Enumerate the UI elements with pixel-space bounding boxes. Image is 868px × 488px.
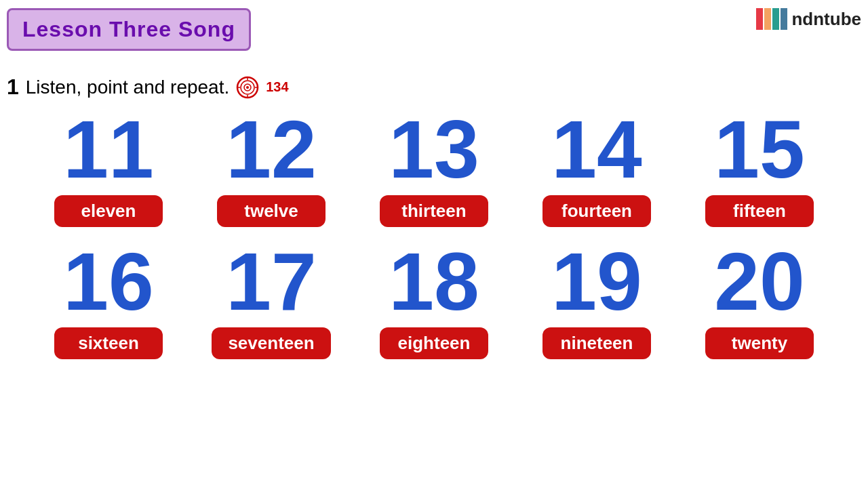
number-item: 17 seventeen [203,241,339,359]
word-label: nineteen [542,327,651,359]
number-item: 12 twelve [203,108,339,227]
big-numeral: 15 [714,108,804,190]
number-item: 14 fourteen [529,108,665,227]
lesson-title: Lesson Three Song [22,17,235,41]
big-numeral: 17 [226,241,316,322]
big-numeral: 20 [714,241,804,322]
big-numeral: 16 [63,241,153,322]
word-label: twenty [705,327,814,359]
big-numeral: 14 [551,108,642,190]
svg-rect-3 [781,8,787,30]
instruction-number: 1 [7,75,19,100]
title-box: Lesson Three Song [7,8,251,51]
word-label: fifteen [705,195,814,227]
number-item: 19 nineteen [529,241,665,359]
numbers-grid: 11 eleven 12 twelve 13 thirteen 14 fourt… [27,108,841,359]
number-item: 13 thirteen [366,108,502,227]
big-numeral: 11 [63,108,153,190]
word-label: sixteen [54,327,163,359]
word-label: eighteen [380,327,488,359]
row-1: 11 eleven 12 twelve 13 thirteen 14 fourt… [27,108,841,227]
big-numeral: 12 [226,108,316,190]
svg-rect-0 [756,8,763,30]
instruction-text: Listen, point and repeat. [26,77,229,98]
big-numeral: 18 [389,241,479,322]
word-label: fourteen [542,195,651,227]
word-label: seventeen [212,327,330,359]
number-item: 15 fifteen [692,108,827,227]
number-item: 20 twenty [692,241,827,359]
svg-point-7 [246,86,249,89]
logo-text: ndntube [791,9,861,30]
instruction-bar: 1 Listen, point and repeat. 134 [7,75,289,100]
number-item: 11 eleven [41,108,176,227]
logo-icon [755,5,789,33]
word-label: twelve [217,195,326,227]
logo: ndntube [755,5,861,33]
svg-rect-2 [772,8,779,30]
row-2: 16 sixteen 17 seventeen 18 eighteen 19 n… [27,241,841,359]
number-item: 16 sixteen [41,241,176,359]
big-numeral: 13 [389,108,479,190]
word-label: eleven [54,195,163,227]
track-number: 134 [266,79,288,95]
audio-icon[interactable] [236,76,259,99]
svg-rect-1 [764,8,771,30]
word-label: thirteen [380,195,488,227]
number-item: 18 eighteen [366,241,502,359]
big-numeral: 19 [551,241,642,322]
